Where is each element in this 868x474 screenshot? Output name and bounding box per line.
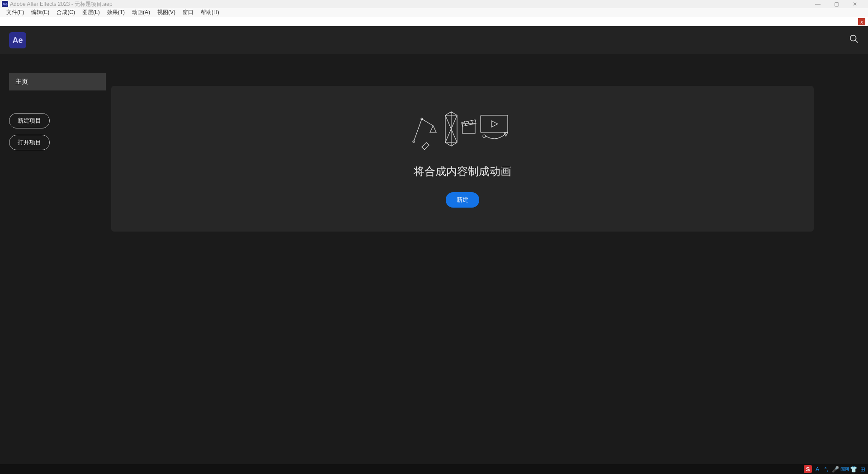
welcome-heading: 将合成内容制成动画: [414, 164, 511, 179]
panel-close-button[interactable]: x: [858, 18, 865, 25]
ime-mic-icon[interactable]: 🎤: [832, 465, 839, 473]
composition-illustration-icon: [408, 110, 517, 151]
menu-animation[interactable]: 动画(A): [129, 8, 153, 17]
ime-sogou-icon[interactable]: S: [804, 465, 812, 473]
content: 将合成内容制成动画 新建: [111, 54, 868, 464]
window-controls: — ▢ ✕: [812, 0, 868, 8]
new-composition-button[interactable]: 新建: [446, 192, 479, 208]
svg-point-0: [850, 35, 856, 41]
menu-edit[interactable]: 编辑(E): [28, 8, 52, 17]
menu-composition[interactable]: 合成(C): [54, 8, 78, 17]
new-project-button[interactable]: 新建项目: [9, 113, 50, 128]
menu-layer[interactable]: 图层(L): [80, 8, 103, 17]
maximize-button[interactable]: ▢: [831, 0, 842, 8]
status-bar: [0, 464, 868, 474]
app-header: Ae: [0, 26, 868, 54]
ime-lang-icon[interactable]: A: [814, 465, 821, 473]
welcome-card: 将合成内容制成动画 新建: [111, 86, 814, 232]
ime-toolbar: S A °, 🎤 ⌨ 👕 ⊞: [804, 465, 866, 473]
close-button[interactable]: ✕: [850, 0, 860, 8]
ime-skin-icon[interactable]: 👕: [850, 465, 857, 473]
svg-point-9: [483, 135, 486, 137]
menubar: 文件(F) 编辑(E) 合成(C) 图层(L) 效果(T) 动画(A) 视图(V…: [0, 8, 868, 17]
ime-punct-icon[interactable]: °,: [823, 465, 830, 473]
search-icon[interactable]: [849, 34, 859, 47]
open-project-button[interactable]: 打开项目: [9, 135, 50, 150]
app-icon: Ae: [2, 1, 8, 7]
ae-logo: Ae: [9, 32, 26, 48]
minimize-button[interactable]: —: [812, 0, 823, 8]
menu-window[interactable]: 窗口: [180, 8, 196, 17]
ime-keyboard-icon[interactable]: ⌨: [841, 465, 848, 473]
menu-help[interactable]: 帮助(H): [198, 8, 222, 17]
ime-tool-icon[interactable]: ⊞: [859, 465, 866, 473]
window-title: Adobe After Effects 2023 - 无标题项目.aep: [10, 0, 113, 8]
menu-file[interactable]: 文件(F): [4, 8, 27, 17]
secondary-bar: x: [0, 17, 868, 26]
menu-effect[interactable]: 效果(T): [104, 8, 127, 17]
main-area: 主页 新建项目 打开项目: [0, 54, 868, 464]
svg-rect-8: [481, 115, 508, 133]
window-titlebar: Ae Adobe After Effects 2023 - 无标题项目.aep …: [0, 0, 868, 8]
svg-line-1: [855, 40, 858, 43]
sidebar: 主页 新建项目 打开项目: [0, 54, 111, 464]
menu-view[interactable]: 视图(V): [155, 8, 178, 17]
sidebar-home-tab[interactable]: 主页: [9, 73, 106, 90]
